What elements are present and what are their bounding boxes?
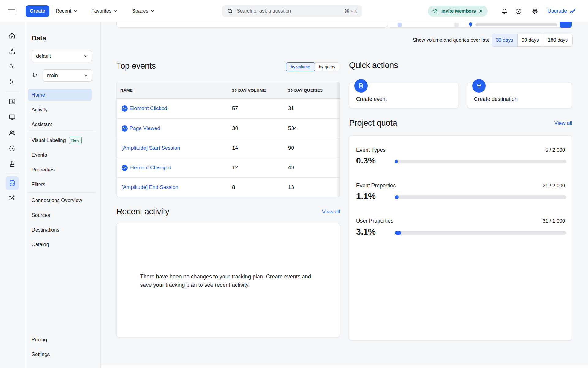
chart-icon[interactable] bbox=[9, 98, 16, 105]
sidebar-item-properties[interactable]: Properties bbox=[28, 164, 92, 175]
quota-usage: 5 / 2,000 bbox=[545, 147, 565, 153]
toggle-by-query[interactable]: by query bbox=[315, 63, 339, 71]
invite-members-button[interactable]: Invite Members bbox=[428, 6, 488, 17]
experiment-flask-icon[interactable] bbox=[9, 160, 16, 167]
table-header: NAME 30 DAY VOLUME 30 DAY QUERIES bbox=[117, 82, 340, 99]
table-row: Page Viewed 38 534 bbox=[117, 118, 340, 138]
invite-members-label: Invite Members bbox=[441, 8, 476, 14]
column-name: NAME bbox=[120, 88, 133, 93]
sidebar-item-filters[interactable]: Filters bbox=[28, 178, 92, 190]
event-link[interactable]: Page Viewed bbox=[130, 125, 160, 132]
shapes-icon[interactable] bbox=[9, 48, 16, 55]
favorites-label: Favorites bbox=[91, 8, 111, 14]
volume-value: 14 bbox=[232, 145, 238, 151]
settings-gear-icon[interactable] bbox=[532, 8, 538, 15]
sidebar-item-settings[interactable]: Settings bbox=[28, 348, 92, 360]
sidebar-item-events[interactable]: Events bbox=[28, 149, 92, 161]
event-link[interactable]: [Amplitude] Start Session bbox=[122, 145, 180, 151]
chevron-down-icon bbox=[150, 9, 155, 13]
rail-divider bbox=[6, 92, 19, 92]
quota-label: Event Types bbox=[356, 147, 386, 153]
sidebar-item-catalog[interactable]: Catalog bbox=[28, 239, 92, 250]
amplitude-event-icon bbox=[122, 105, 128, 112]
sidebar-item-connections-overview[interactable]: Connections Overview bbox=[28, 194, 92, 206]
sidebar-item-assistant[interactable]: Assistant bbox=[28, 118, 92, 130]
volume-value: 8 bbox=[232, 184, 235, 190]
close-icon[interactable] bbox=[479, 9, 483, 13]
volume-value: 57 bbox=[232, 105, 238, 112]
table-row: [Amplitude] End Session 8 13 bbox=[117, 177, 340, 197]
spaces-label: Spaces bbox=[132, 8, 148, 14]
sidebar-item-destinations[interactable]: Destinations bbox=[28, 224, 92, 236]
search-icon bbox=[227, 8, 233, 14]
toggle-by-volume[interactable]: by volume bbox=[286, 62, 315, 71]
recent-dropdown[interactable]: Recent bbox=[56, 0, 78, 22]
remnant-pin-icon bbox=[469, 22, 473, 27]
event-link[interactable]: Element Changed bbox=[130, 165, 171, 171]
volume-value: 38 bbox=[232, 125, 238, 132]
period-option-90-days[interactable]: 90 days bbox=[518, 34, 543, 46]
upgrade-key-icon bbox=[569, 7, 576, 15]
quota-percent: 1.1% bbox=[356, 191, 376, 201]
queries-value: 31 bbox=[288, 105, 294, 112]
create-event-card[interactable]: Create event bbox=[349, 83, 458, 108]
sidebar-item-visual-labeling[interactable]: Visual LabelingNew bbox=[28, 134, 92, 146]
bottom-strip bbox=[101, 365, 588, 368]
period-option-30-days[interactable]: 30 days bbox=[492, 34, 518, 46]
hamburger-menu-icon[interactable] bbox=[7, 7, 15, 15]
amplitude-event-icon bbox=[122, 165, 128, 171]
create-button[interactable]: Create bbox=[26, 5, 49, 17]
help-icon[interactable] bbox=[515, 8, 522, 15]
person-plus-icon bbox=[432, 8, 439, 14]
spaces-dropdown[interactable]: Spaces bbox=[132, 0, 155, 22]
quota-progress-bar bbox=[395, 231, 566, 235]
sidebar-title: Data bbox=[32, 34, 46, 42]
notifications-bell-icon[interactable] bbox=[501, 8, 508, 15]
recent-activity-view-all[interactable]: View all bbox=[300, 209, 340, 215]
queries-value: 534 bbox=[288, 125, 297, 132]
home-icon[interactable] bbox=[9, 32, 16, 40]
quota-progress-bar bbox=[395, 195, 566, 199]
search-shortcut: ⌘ + K bbox=[345, 8, 357, 14]
period-filter-group: 30 days 90 days 180 days bbox=[492, 34, 573, 47]
visual-labeling-cursor-icon[interactable] bbox=[9, 63, 16, 70]
project-quota-view-all[interactable]: View all bbox=[532, 120, 572, 126]
remnant-primary-button[interactable] bbox=[560, 22, 572, 28]
rail-divider bbox=[6, 173, 19, 173]
document-icon bbox=[354, 79, 368, 93]
project-select[interactable]: default bbox=[32, 50, 92, 62]
upgrade-label: Upgrade bbox=[548, 8, 567, 14]
scrolled-card-remnant-left bbox=[116, 22, 387, 28]
ai-sparkles-icon[interactable] bbox=[9, 78, 16, 86]
recent-activity-card: There have been no changes to your track… bbox=[116, 223, 340, 337]
event-link[interactable]: [Amplitude] End Session bbox=[122, 184, 178, 190]
sidebar-item-sources[interactable]: Sources bbox=[28, 209, 92, 221]
branch-select[interactable]: main bbox=[43, 69, 92, 82]
quota-usage: 21 / 2,000 bbox=[543, 183, 565, 189]
table-row: [Amplitude] Start Session 14 90 bbox=[117, 138, 340, 158]
quota-percent: 0.3% bbox=[356, 156, 376, 166]
upgrade-link[interactable]: Upgrade bbox=[548, 0, 576, 22]
users-icon[interactable] bbox=[9, 129, 16, 136]
chevron-down-icon bbox=[84, 73, 88, 78]
integrations-icon[interactable] bbox=[9, 194, 16, 201]
project-select-value: default bbox=[36, 53, 84, 59]
sidebar-item-pricing[interactable]: Pricing bbox=[28, 334, 92, 345]
remnant-slider-track bbox=[475, 23, 557, 26]
recent-label: Recent bbox=[56, 8, 71, 14]
favorites-dropdown[interactable]: Favorites bbox=[91, 0, 118, 22]
monitor-icon[interactable] bbox=[9, 113, 16, 121]
search-placeholder: Search or ask a question bbox=[237, 8, 341, 14]
period-option-180-days[interactable]: 180 days bbox=[543, 34, 572, 46]
queries-value: 49 bbox=[288, 165, 294, 171]
volume-value: 12 bbox=[232, 165, 238, 171]
search-input[interactable]: Search or ask a question ⌘ + K bbox=[222, 5, 362, 17]
event-link[interactable]: Element Clicked bbox=[130, 105, 167, 112]
project-quota-card: Event Types 5 / 2,000 0.3% Event Propert… bbox=[349, 135, 572, 340]
data-database-icon[interactable] bbox=[9, 179, 16, 187]
sidebar-item-home[interactable]: Home bbox=[28, 89, 92, 101]
sidebar-item-activity[interactable]: Activity bbox=[28, 104, 92, 115]
quick-actions-title: Quick actions bbox=[349, 61, 398, 70]
create-destination-card[interactable]: Create destination bbox=[467, 83, 572, 108]
session-replay-icon[interactable] bbox=[9, 145, 16, 152]
